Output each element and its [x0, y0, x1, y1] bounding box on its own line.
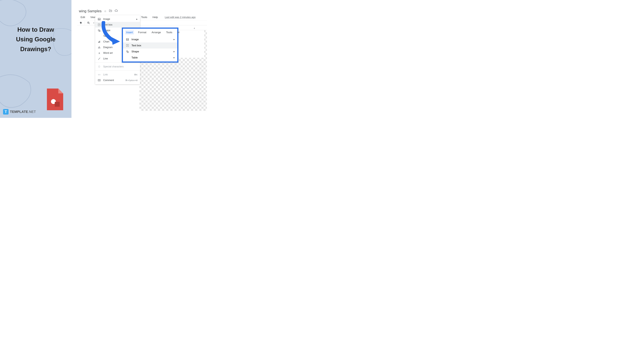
image-icon: [98, 18, 101, 20]
logo: T TEMPLATE.NET: [3, 109, 36, 114]
svg-point-17: [100, 48, 100, 48]
link-icon: [98, 73, 101, 76]
svg-text:T: T: [127, 45, 128, 46]
svg-line-19: [98, 58, 100, 60]
svg-line-3: [89, 23, 90, 24]
page-title: How to Draw Using Google Drawings?: [8, 25, 63, 54]
svg-rect-6: [98, 18, 100, 20]
dd-comment[interactable]: Comment ⌘+Option+M: [95, 77, 140, 83]
chevron-right-icon: ▶: [174, 38, 175, 40]
svg-rect-23: [126, 38, 128, 40]
logo-text: TEMPLATE.NET: [10, 110, 36, 114]
callout-dd-image[interactable]: Image ▶: [123, 36, 177, 42]
callout-dd-textbox[interactable]: T Text box: [123, 42, 177, 48]
callout-dd-shape[interactable]: Shape ▶: [123, 48, 177, 54]
dd-comment-label: Comment: [103, 79, 114, 82]
logo-suffix: .NET: [28, 110, 36, 114]
zoom-icon[interactable]: [87, 21, 90, 24]
app-screenshot: wing Samples ☆ Edit View Insert Format A…: [77, 9, 207, 111]
dd-image-label: Image: [103, 18, 110, 20]
chevron-right-icon: ▶: [174, 57, 175, 58]
dd-link-shortcut: ⌘K: [134, 73, 138, 76]
cloud-status-icon[interactable]: [114, 9, 118, 13]
logo-main: TEMPLATE: [10, 110, 28, 114]
svg-point-14: [99, 46, 100, 47]
callout-menu-h[interactable]: H: [176, 30, 180, 34]
menu-help[interactable]: Help: [151, 15, 159, 19]
callout-box: Insert Format Arrange Tools H Image ▶ T …: [122, 27, 178, 62]
diagram-icon: [98, 46, 101, 49]
ruler-mark-4: 4: [194, 27, 195, 29]
callout-menu-format[interactable]: Format: [137, 30, 148, 34]
google-drawings-icon: [47, 88, 63, 110]
shape-icon: [126, 50, 129, 53]
callout-arrow-icon: [98, 21, 124, 46]
svg-rect-1: [55, 102, 60, 107]
textbox-icon: T: [126, 44, 129, 47]
dd-special-label: Special characters: [103, 65, 124, 68]
move-folder-icon[interactable]: [109, 9, 112, 13]
doc-title-row: wing Samples ☆: [77, 9, 207, 14]
omega-icon: Ω: [98, 65, 101, 68]
callout-menu-arrange[interactable]: Arrange: [150, 30, 162, 34]
wordart-icon: A: [98, 52, 101, 54]
line-icon: [98, 57, 101, 60]
dd-comment-shortcut: ⌘+Option+M: [125, 79, 138, 82]
decor-squiggle-bottom: [0, 71, 33, 110]
svg-point-15: [98, 48, 99, 48]
chevron-right-icon: ▶: [136, 18, 138, 20]
callout-dd-table[interactable]: Table ▶: [123, 54, 177, 61]
paint-format-icon[interactable]: [80, 21, 82, 24]
last-edit-link[interactable]: Last edit was 2 minutes ago: [165, 16, 196, 19]
dd-divider: [95, 70, 140, 71]
menu-tools[interactable]: Tools: [140, 15, 148, 19]
menu-edit[interactable]: Edit: [80, 15, 86, 19]
star-icon[interactable]: ☆: [104, 9, 106, 13]
dropdown-caret-icon[interactable]: ▼: [92, 21, 95, 24]
dd-link[interactable]: Link ⌘K: [95, 72, 140, 77]
svg-text:A: A: [98, 52, 100, 54]
chevron-right-icon: ▶: [174, 50, 175, 52]
callout-dd-image-label: Image: [132, 38, 139, 41]
dd-line-label: Line: [103, 57, 108, 60]
image-icon: [126, 38, 129, 41]
svg-point-26: [126, 50, 128, 52]
dd-wordart-label: Word art: [103, 51, 113, 54]
left-panel: How to Draw Using Google Drawings? T TEM…: [0, 0, 72, 118]
dd-divider: [95, 62, 140, 63]
callout-dropdown: Image ▶ T Text box Shape ▶ Table ▶: [123, 36, 177, 61]
dd-link-label: Link: [103, 73, 108, 76]
dd-diagram-label: Diagram: [103, 46, 112, 49]
callout-dd-textbox-label: Text box: [132, 44, 141, 47]
callout-menubar: Insert Format Arrange Tools H: [123, 29, 177, 36]
callout-dd-table-label: Table: [132, 56, 138, 59]
svg-point-16: [99, 48, 100, 48]
callout-dd-shape-label: Shape: [132, 50, 139, 53]
logo-mark: T: [3, 109, 8, 114]
comment-icon: [98, 79, 101, 82]
dd-special[interactable]: Ω Special characters: [95, 64, 140, 69]
doc-title[interactable]: wing Samples: [79, 9, 102, 13]
callout-menu-tools[interactable]: Tools: [165, 30, 173, 34]
callout-menu-insert[interactable]: Insert: [125, 30, 134, 34]
